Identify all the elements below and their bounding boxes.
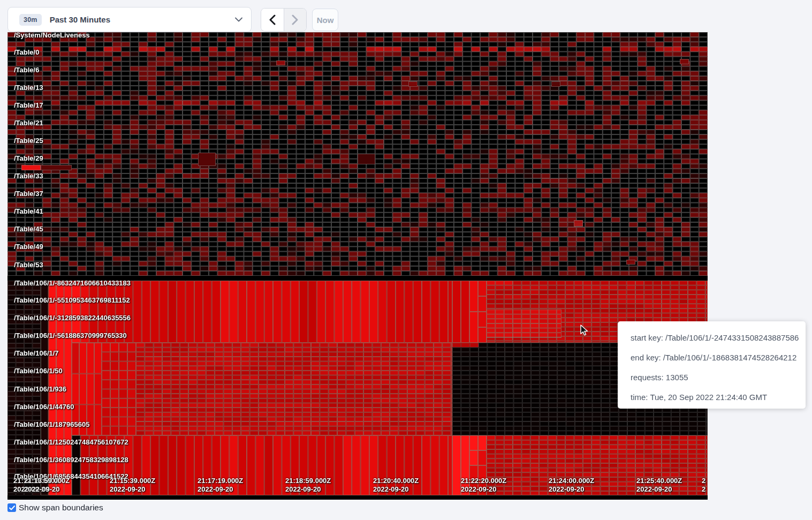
prev-time-button[interactable] — [261, 9, 284, 31]
key-visualizer-heatmap: /System/NodeLiveness/Table/0/Table/6/Tab… — [7, 32, 708, 500]
chevron-right-icon — [292, 14, 298, 25]
tooltip-start-key: start key: /Table/106/1/-247433150824388… — [631, 328, 800, 348]
time-nav-group — [261, 8, 307, 32]
tooltip-end-key: end key: /Table/106/1/-18683814745282642… — [631, 348, 800, 367]
key-visualizer-page: 30m Past 30 Minutes Now /System/NodeLive… — [0, 0, 812, 520]
now-button[interactable]: Now — [312, 9, 338, 31]
time-window-badge: 30m — [19, 14, 42, 26]
next-time-button[interactable] — [284, 9, 307, 31]
footer-controls: Show span boundaries — [7, 503, 103, 513]
show-span-boundaries-label: Show span boundaries — [19, 503, 103, 513]
check-icon — [9, 506, 15, 510]
chevron-left-icon — [269, 14, 276, 25]
show-span-boundaries-checkbox[interactable] — [7, 503, 16, 512]
tooltip-requests: requests: 13055 — [631, 367, 800, 387]
time-window-label: Past 30 Minutes — [50, 15, 235, 24]
chevron-down-icon — [235, 17, 242, 22]
tooltip-time: time: Tue, 20 Sep 2022 21:24:40 GMT — [631, 387, 800, 407]
heatmap-canvas[interactable] — [7, 32, 708, 500]
span-hover-tooltip: start key: /Table/106/1/-247433150824388… — [618, 321, 806, 409]
time-window-dropdown[interactable]: 30m Past 30 Minutes — [7, 7, 252, 32]
